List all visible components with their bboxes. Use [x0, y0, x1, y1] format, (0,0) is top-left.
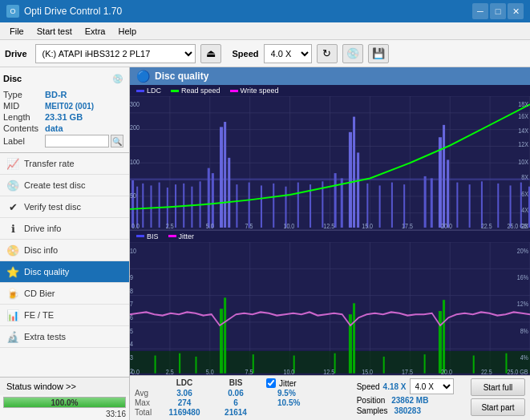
nav-cd-bier[interactable]: 🍺 CD Bier	[0, 283, 129, 305]
empty-label	[135, 378, 157, 388]
close-button[interactable]: ✕	[508, 3, 524, 19]
legend-read-speed: Read speed	[181, 87, 220, 95]
svg-text:12.5: 12.5	[323, 366, 334, 375]
total-bis: 21614	[212, 408, 260, 417]
start-full-button[interactable]: Start full	[471, 378, 525, 396]
svg-text:10.0: 10.0	[283, 366, 294, 375]
nav-transfer-rate[interactable]: 📈 Transfer rate	[0, 153, 129, 175]
menu-help[interactable]: Help	[111, 25, 143, 38]
label-input[interactable]	[45, 135, 109, 147]
disc-info-icon: 📀	[6, 244, 19, 256]
menu-extra[interactable]: Extra	[79, 25, 112, 38]
nav-verify-test-disc[interactable]: ✔ Verify test disc	[0, 196, 129, 218]
svg-rect-61	[510, 185, 512, 228]
svg-text:14X: 14X	[518, 127, 528, 135]
maximize-button[interactable]: □	[490, 3, 506, 19]
speed-label-text: Speed	[357, 382, 380, 391]
label-browse-button[interactable]: 🔍	[111, 135, 123, 147]
jitter-checkbox[interactable]	[266, 378, 276, 388]
status-window-button[interactable]: Status window >>	[0, 378, 129, 395]
svg-text:3: 3	[130, 352, 133, 361]
nav-extra-tests[interactable]: 🔬 Extra tests	[0, 326, 129, 348]
nav-drive-info[interactable]: ℹ Drive info	[0, 218, 129, 240]
svg-rect-47	[341, 178, 343, 227]
svg-text:4%: 4%	[520, 352, 529, 361]
contents-value: data	[45, 123, 63, 133]
svg-text:0.0: 0.0	[131, 222, 140, 229]
svg-rect-113	[195, 356, 196, 373]
top-chart-legend: LDC Read speed Write speed	[130, 85, 530, 96]
svg-text:5.0: 5.0	[206, 222, 214, 229]
svg-rect-40	[297, 183, 299, 228]
refresh-button[interactable]: ↻	[317, 44, 338, 63]
minimize-button[interactable]: ─	[472, 3, 488, 19]
window-controls: ─ □ ✕	[472, 3, 524, 19]
nav-extra-tests-label: Extra tests	[24, 332, 66, 341]
stats-columns: LDC BIS Jitter Avg 3.06 0.06 9.5% Max 27…	[135, 378, 350, 418]
svg-text:15.0: 15.0	[362, 222, 373, 229]
svg-rect-19	[130, 178, 530, 180]
nav-verify-test-disc-label: Verify test disc	[24, 202, 81, 212]
disc-icon[interactable]: 💿	[110, 71, 126, 87]
svg-text:22.5: 22.5	[481, 366, 492, 375]
svg-rect-34	[212, 173, 214, 228]
nav-transfer-rate-label: Transfer rate	[24, 159, 75, 168]
eject-button[interactable]: ⏏	[200, 44, 221, 63]
svg-text:17.5: 17.5	[402, 366, 413, 375]
save-button[interactable]: 💾	[368, 44, 389, 63]
nav-fe-te[interactable]: 📊 FE / TE	[0, 305, 129, 326]
svg-rect-33	[208, 168, 210, 228]
action-buttons: Start full Start part	[471, 378, 525, 416]
speed-label: Speed	[233, 49, 259, 59]
right-panel: 🔵 Disc quality LDC Read speed Write spee…	[130, 67, 530, 420]
svg-text:6: 6	[130, 313, 133, 321]
cd-bier-icon: 🍺	[6, 287, 19, 300]
speed-pos-section: Speed 4.18 X 4.0 X Position 23862 MB Sam…	[357, 378, 464, 417]
chart-title: Disc quality	[155, 71, 208, 82]
top-chart-wrapper: 18X 16X 14X 12X 10X 8X 6X 4X 2X 300 200 …	[130, 96, 530, 230]
chart-header-icon: 🔵	[136, 70, 150, 83]
status-section: Status window >> 100.0% 33:16	[0, 377, 129, 420]
nav-fe-te-label: FE / TE	[24, 310, 54, 320]
position-label: Position	[357, 396, 386, 405]
menu-start-test[interactable]: Start test	[30, 25, 79, 38]
verify-test-disc-icon: ✔	[6, 200, 19, 213]
start-part-button[interactable]: Start part	[471, 398, 525, 416]
svg-rect-50	[391, 183, 393, 228]
svg-text:25.0 GB: 25.0 GB	[507, 222, 528, 229]
samples-value: 380283	[394, 406, 421, 415]
svg-text:16%: 16%	[517, 273, 529, 281]
svg-rect-118	[424, 354, 426, 374]
svg-text:12%: 12%	[517, 299, 529, 308]
svg-rect-105	[220, 309, 223, 373]
nav-disc-info[interactable]: 📀 Disc info	[0, 240, 129, 261]
svg-text:7.5: 7.5	[245, 366, 253, 375]
stats-panel: LDC BIS Jitter Avg 3.06 0.06 9.5% Max 27…	[130, 375, 530, 420]
nav-cd-bier-label: CD Bier	[24, 289, 55, 298]
svg-rect-31	[224, 122, 226, 228]
svg-text:2.5: 2.5	[166, 366, 174, 375]
speed-select-stats[interactable]: 4.0 X	[410, 378, 454, 394]
contents-label: Contents	[3, 123, 45, 133]
svg-rect-49	[379, 185, 381, 228]
position-value: 23862 MB	[391, 396, 428, 405]
drive-select[interactable]: (K:) ATAPI iHBS312 2 PL17	[35, 44, 196, 63]
nav-create-test-disc[interactable]: 💿 Create test disc	[0, 175, 129, 196]
speed-select[interactable]: 4.0 X	[264, 44, 312, 63]
svg-rect-109	[439, 311, 442, 374]
menu-file[interactable]: File	[3, 25, 30, 38]
drive-info-icon: ℹ	[6, 222, 19, 235]
disc-section-title: Disc	[3, 74, 22, 83]
svg-text:300: 300	[130, 100, 140, 108]
disc-section: Disc 💿 Type BD-R MID MEIT02 (001) Length…	[0, 67, 129, 153]
disc-button[interactable]: 💿	[342, 44, 363, 63]
nav-create-test-disc-label: Create test disc	[24, 180, 85, 190]
nav-disc-quality[interactable]: ⭐ Disc quality	[0, 261, 129, 283]
svg-rect-112	[179, 353, 180, 373]
svg-rect-39	[285, 187, 286, 228]
svg-rect-21	[136, 187, 138, 228]
svg-rect-59	[481, 181, 483, 228]
svg-rect-35	[236, 184, 237, 228]
bis-header: BIS	[212, 378, 260, 388]
svg-text:12X: 12X	[518, 140, 528, 148]
